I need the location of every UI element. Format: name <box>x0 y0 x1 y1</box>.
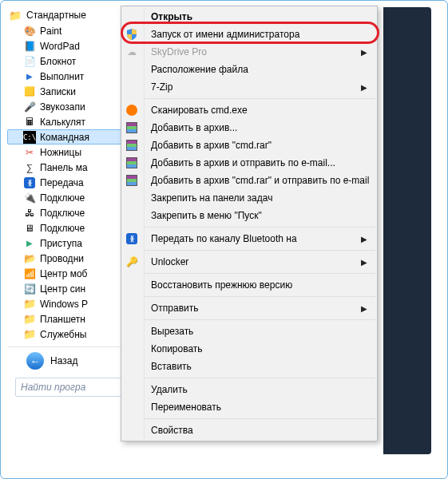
submenu-arrow-icon: ▶ <box>361 304 367 313</box>
tree-item[interactable]: WordPad <box>7 38 135 53</box>
tree-item[interactable]: Служебны <box>7 327 135 342</box>
menu-item[interactable]: Отправить▶ <box>145 299 375 317</box>
menu-item-label: Открыть <box>151 11 375 22</box>
tree-item[interactable]: Windows P <box>7 296 135 311</box>
menu-item[interactable]: Передать по каналу Bluetooth на▶ <box>145 230 375 247</box>
paint-icon <box>23 25 36 38</box>
context-menu: ОткрытьЗапуск от имени администратораSky… <box>121 6 378 441</box>
tree-item[interactable]: Ножницы <box>7 144 135 160</box>
search-placeholder-text: Найти програ <box>21 382 85 393</box>
menu-item[interactable]: Расположение файла <box>145 61 375 78</box>
folder-icon <box>23 328 36 341</box>
tree-item-label: Подключе <box>40 208 85 219</box>
menu-item: SkyDrive Pro▶ <box>145 43 375 61</box>
start-menu-panel: Стандартные PaintWordPadБлокнотВыполнитЗ… <box>0 0 448 479</box>
menu-item[interactable]: Удалить <box>145 381 375 398</box>
tree-item[interactable]: Приступа <box>7 236 135 251</box>
back-button[interactable]: Назад <box>7 346 135 374</box>
tree-item[interactable]: Paint <box>7 23 135 38</box>
menu-item[interactable]: Закрепить на панели задач <box>145 189 375 207</box>
menu-item[interactable]: Закрепить в меню "Пуск" <box>145 207 375 224</box>
menu-item[interactable]: 7-Zip▶ <box>145 78 375 96</box>
skydrive-icon <box>125 46 138 58</box>
menu-item-label: Добавить в архив и отправить по e-mail..… <box>151 157 375 168</box>
menu-separator <box>145 98 375 99</box>
tree-item-label: Панель ма <box>40 162 88 173</box>
folder-icon <box>23 313 36 326</box>
tree-item[interactable]: Калькулят <box>7 114 135 129</box>
menu-item-label: Передать по каналу Bluetooth на <box>151 233 361 244</box>
tree-item[interactable]: Звукозапи <box>7 99 135 114</box>
tree-item-label: Проводни <box>40 253 84 264</box>
tree-item[interactable]: Центр син <box>7 281 135 296</box>
winrar-icon <box>125 174 138 187</box>
menu-item[interactable]: Добавить в архив "cmd.rar" и отправить п… <box>145 172 375 189</box>
menu-separator <box>145 418 375 419</box>
tree-item[interactable]: Подключе <box>7 205 135 220</box>
menu-separator <box>145 378 375 378</box>
tree-item[interactable]: Проводни <box>7 251 135 266</box>
menu-item[interactable]: Переименовать <box>145 398 375 416</box>
tree-item[interactable]: Записки <box>7 84 135 99</box>
tree-item-label: Выполнит <box>40 71 84 82</box>
menu-item-label: 7-Zip <box>151 81 361 93</box>
menu-item-label: Удалить <box>151 384 375 395</box>
menu-item[interactable]: Добавить в архив... <box>145 119 375 137</box>
uac-shield-icon <box>125 28 138 41</box>
tree-item[interactable]: Подключе <box>7 220 135 236</box>
submenu-arrow-icon: ▶ <box>361 235 367 243</box>
tree-item[interactable]: Блокнот <box>7 53 135 69</box>
menu-item[interactable]: Запуск от имени администратора <box>145 26 375 43</box>
tree-item-label: Звукозапи <box>40 101 85 113</box>
winrar-icon <box>125 121 138 134</box>
tree-item-label: Записки <box>40 86 76 97</box>
tree-item[interactable]: Подключе <box>7 190 135 205</box>
menu-item[interactable]: Вырезать <box>145 323 375 340</box>
sync-icon <box>23 283 36 295</box>
tree-item[interactable]: Выполнит <box>7 69 135 84</box>
tree-item-label: Windows P <box>40 299 88 310</box>
menu-item-label: Расположение файла <box>151 64 375 75</box>
menu-item[interactable]: Свойства <box>145 422 375 439</box>
menu-item[interactable]: Сканировать cmd.exe <box>145 101 375 119</box>
scissor-icon <box>23 146 36 159</box>
net2-icon <box>23 207 36 220</box>
menu-item-label: Восстановить прежнюю версию <box>151 279 375 291</box>
cmd-icon <box>23 131 36 144</box>
tree-item-label: Приступа <box>40 238 82 249</box>
math-icon <box>23 161 36 174</box>
menu-item[interactable]: Вставить <box>145 358 375 375</box>
tree-item-label: WordPad <box>40 41 80 52</box>
menu-item-label: Unlocker <box>151 256 361 267</box>
programs-tree-root[interactable]: Стандартные <box>7 7 135 23</box>
tree-item[interactable]: Центр моб <box>7 266 135 281</box>
tree-item-label: Блокнот <box>40 56 76 67</box>
rdp-icon <box>23 222 36 235</box>
tree-item[interactable]: Панель ма <box>7 160 135 175</box>
folder-icon <box>9 9 22 22</box>
menu-item[interactable]: Восстановить прежнюю версию <box>145 276 375 294</box>
menu-item[interactable]: Открыть <box>145 8 375 26</box>
tree-item[interactable]: Командная <box>7 129 135 144</box>
tree-item-label: Подключе <box>40 223 85 234</box>
tree-item[interactable]: Передача <box>7 175 135 190</box>
submenu-arrow-icon: ▶ <box>361 48 367 57</box>
menu-item[interactable]: Добавить в архив и отправить по e-mail..… <box>145 154 375 172</box>
tree-item-label: Paint <box>40 26 61 37</box>
menu-item[interactable]: Unlocker▶ <box>145 253 375 271</box>
tree-item-label: Подключе <box>40 192 85 204</box>
programs-tree: Стандартные PaintWordPadБлокнотВыполнитЗ… <box>7 7 135 402</box>
menu-item-label: Добавить в архив "cmd.rar" и отправить п… <box>151 175 375 186</box>
search-input[interactable]: Найти програ <box>15 378 135 397</box>
tree-item-label: Командная <box>40 132 89 143</box>
menu-item-label: Сканировать cmd.exe <box>151 105 375 116</box>
note-icon <box>23 55 36 68</box>
calc-icon <box>23 116 36 129</box>
tree-item[interactable]: Планшетн <box>7 311 135 327</box>
menu-item[interactable]: Копировать <box>145 340 375 358</box>
menu-item-label: Переименовать <box>151 402 375 413</box>
back-label: Назад <box>50 355 77 366</box>
menu-item-label: Добавить в архив "cmd.rar" <box>151 140 375 151</box>
menu-item[interactable]: Добавить в архив "cmd.rar" <box>145 137 375 154</box>
mic-icon <box>23 101 36 113</box>
